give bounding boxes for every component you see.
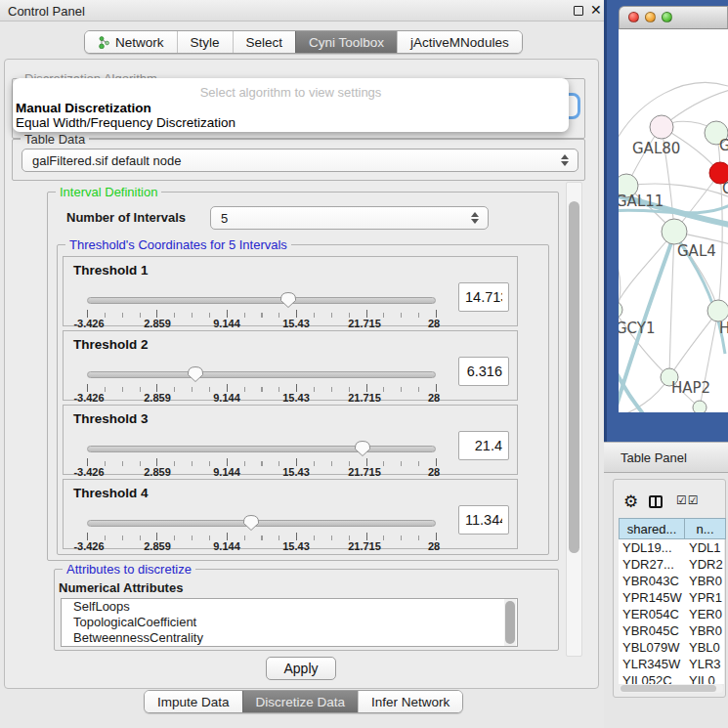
slider-thumb[interactable]: [187, 365, 204, 383]
network-canvas[interactable]: GAL80 G C GAL11 GAL4 GCY1 H HAP2: [619, 29, 728, 412]
tick-label: 15.43: [282, 392, 310, 404]
slider-scale: -3.426 2.859 9.144 15.43 21.715 28: [87, 466, 436, 478]
threshold-3-panel: Threshold 3 -3.426 2.859 9.144 15.43 21.…: [63, 405, 518, 475]
apply-button[interactable]: Apply: [266, 657, 336, 680]
tick-label: 21.715: [348, 318, 381, 329]
table-row[interactable]: YDR27...YDR2: [619, 556, 724, 573]
slider-scale: -3.426 2.859 9.144 15.43 21.715 28: [87, 540, 436, 552]
table-horizontal-scrollbar[interactable]: [620, 684, 723, 693]
threshold-1-value-input[interactable]: [458, 282, 509, 312]
node-gcy1[interactable]: [619, 301, 622, 319]
list-item[interactable]: SelfLoops: [62, 599, 517, 615]
float-window-icon[interactable]: [574, 6, 583, 16]
table-row[interactable]: YBR045CYBR0: [619, 622, 724, 639]
list-item[interactable]: BetweennessCentrality: [62, 630, 517, 646]
slider-thumb[interactable]: [242, 514, 260, 532]
table-data-combobox[interactable]: galFiltered.sif default node: [21, 149, 578, 172]
node-table[interactable]: YDL19...YDL1 YDR27...YDR2 YBR043CYBR0 YP…: [619, 539, 724, 684]
node-gal80[interactable]: [650, 115, 673, 139]
gear-icon[interactable]: ⚙: [623, 492, 638, 512]
threshold-1-slider[interactable]: [87, 290, 436, 310]
slider-major-ticks: [87, 384, 437, 392]
tick-label: 2.859: [144, 392, 171, 404]
tick-label: 2.859: [144, 540, 171, 552]
node-label: GCY1: [619, 320, 656, 337]
tab-select[interactable]: Select: [233, 31, 296, 53]
settings-scrollbar[interactable]: [566, 182, 582, 657]
tick-label: 9.144: [213, 466, 240, 478]
combo-stepper-icon: [561, 154, 569, 166]
close-icon[interactable]: ✕: [590, 2, 602, 18]
numerical-attributes-list: SelfLoops TopologicalCoefficient Between…: [61, 598, 518, 647]
tick-label: 9.144: [213, 540, 240, 552]
table-panel-title: Table Panel: [621, 450, 687, 465]
threshold-label: Threshold 4: [73, 486, 149, 500]
tab-impute-data[interactable]: Impute Data: [145, 691, 242, 712]
bottom-tabbar: Impute Data Discretize Data Infer Networ…: [144, 690, 463, 713]
slider-thumb[interactable]: [279, 291, 297, 309]
tick-label: -3.426: [73, 392, 104, 404]
slider-track[interactable]: [87, 520, 436, 527]
tab-cyni-toolbox[interactable]: Cyni Toolbox: [295, 31, 397, 53]
group-title: Table Data: [21, 132, 89, 147]
dropdown-option-equal-width[interactable]: Equal Width/Frequency Discretization: [16, 115, 236, 130]
node-label: GAL11: [619, 193, 664, 210]
node-bottom[interactable]: [693, 401, 707, 412]
column-header-shared[interactable]: shared...: [619, 518, 685, 539]
slider-major-ticks: [87, 533, 437, 540]
group-title: Interval Definition: [56, 185, 161, 199]
table-row[interactable]: YPR145WYPR1: [619, 589, 724, 606]
node-label: GAL80: [632, 140, 680, 157]
slider-thumb[interactable]: [354, 440, 371, 457]
table-row[interactable]: YER054CYER0: [619, 606, 724, 622]
column-header-name[interactable]: n...: [685, 518, 726, 539]
checkbox-icons[interactable]: ☑☑: [676, 493, 700, 507]
tick-label: 9.144: [213, 392, 240, 404]
node-right-h[interactable]: [707, 300, 728, 321]
threshold-2-slider[interactable]: [87, 364, 436, 384]
threshold-3-value-input[interactable]: [458, 431, 509, 460]
table-row[interactable]: YBL079WYBL0: [619, 639, 724, 656]
node-gal4[interactable]: [662, 219, 687, 244]
dropdown-option-manual[interactable]: Manual Discretization: [16, 101, 151, 115]
dropdown-prompt[interactable]: Select algorithm to view settings: [13, 85, 569, 100]
tick-label: 28: [428, 466, 440, 478]
group-title: Threshold's Coordinates for 5 Intervals: [65, 237, 291, 252]
tick-label: 21.715: [348, 466, 381, 478]
threshold-label: Threshold 2: [73, 337, 149, 352]
tab-discretize-data[interactable]: Discretize Data: [242, 691, 359, 712]
tab-network[interactable]: Network: [85, 31, 177, 53]
tick-label: 2.859: [144, 466, 171, 478]
control-panel-titlebar: Control Panel ✕: [0, 0, 604, 21]
numerical-attributes-label: Numerical Attributes: [59, 580, 183, 595]
zoom-traffic-light-icon[interactable]: [662, 12, 672, 22]
slider-scale: -3.426 2.859 9.144 15.43 21.715 28: [87, 318, 436, 329]
tab-infer-network[interactable]: Infer Network: [358, 691, 462, 712]
tick-label: 28: [428, 540, 440, 552]
slider-major-ticks: [87, 458, 437, 466]
threshold-2-value-input[interactable]: [458, 357, 509, 386]
list-item[interactable]: TopologicalCoefficient: [62, 615, 517, 630]
tick-label: 2.859: [144, 318, 171, 329]
list-scrollbar[interactable]: [504, 599, 516, 646]
slider-track[interactable]: [87, 371, 436, 378]
table-row[interactable]: YDL19...YDL1: [619, 539, 724, 556]
table-row[interactable]: YBR043CYBR0: [619, 573, 724, 589]
tick-label: -3.426: [73, 318, 104, 329]
table-row[interactable]: YIL052CYIL0: [619, 672, 724, 684]
network-icon: [98, 36, 110, 49]
slider-track[interactable]: [87, 446, 436, 452]
slider-major-ticks: [87, 310, 437, 318]
close-traffic-light-icon[interactable]: [628, 12, 639, 22]
threshold-4-value-input[interactable]: [458, 505, 509, 535]
table-row[interactable]: YLR345WYLR3: [619, 656, 724, 672]
minimize-traffic-light-icon[interactable]: [645, 12, 656, 22]
slider-track[interactable]: [87, 297, 436, 304]
threshold-3-slider[interactable]: [87, 439, 436, 458]
columns-icon[interactable]: [649, 495, 663, 508]
tab-style[interactable]: Style: [177, 31, 233, 53]
node-label: HAP2: [671, 379, 710, 397]
num-intervals-combobox[interactable]: 5: [210, 206, 489, 230]
tab-jactivemnodules[interactable]: jActiveMNodules: [397, 31, 522, 53]
threshold-4-slider[interactable]: [87, 513, 436, 533]
